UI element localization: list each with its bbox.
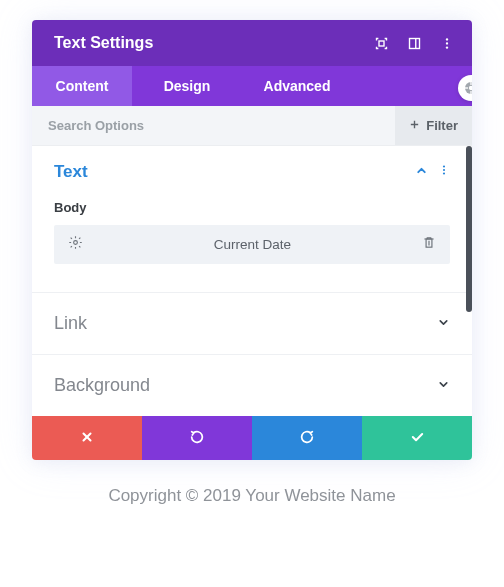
body-field-row: Current Date xyxy=(54,225,450,264)
gear-icon[interactable] xyxy=(64,235,87,254)
svg-rect-19 xyxy=(426,239,432,247)
section-more-vert-icon[interactable] xyxy=(438,163,450,181)
body-value[interactable]: Current Date xyxy=(87,237,418,252)
svg-rect-1 xyxy=(410,38,420,48)
scrollbar-thumb[interactable] xyxy=(466,146,472,312)
section-text-title: Text xyxy=(54,162,88,182)
body-label: Body xyxy=(54,200,450,215)
header-actions xyxy=(374,36,454,51)
more-vert-icon[interactable] xyxy=(440,36,454,51)
section-background-header[interactable]: Background xyxy=(54,355,450,416)
redo-button[interactable] xyxy=(252,416,362,460)
section-text: Text Body xyxy=(32,146,472,293)
svg-rect-0 xyxy=(379,41,384,46)
filter-label: Filter xyxy=(426,118,458,133)
check-icon xyxy=(409,430,426,447)
chevron-up-icon xyxy=(415,163,428,181)
section-background-title: Background xyxy=(54,375,150,396)
plus-icon xyxy=(409,118,420,133)
svg-rect-9 xyxy=(470,91,471,94)
chevron-down-icon xyxy=(437,315,450,333)
svg-line-21 xyxy=(84,433,91,440)
search-row: Filter xyxy=(32,106,472,146)
sections-list: Text Body xyxy=(32,146,472,416)
redo-icon xyxy=(299,429,315,448)
panel-title: Text Settings xyxy=(54,34,153,52)
section-link: Link xyxy=(32,293,472,355)
save-button[interactable] xyxy=(362,416,472,460)
svg-point-3 xyxy=(446,38,448,40)
expand-icon[interactable] xyxy=(374,36,389,51)
tab-content[interactable]: Content xyxy=(32,66,132,106)
undo-icon xyxy=(189,429,205,448)
tab-design[interactable]: Design xyxy=(132,66,242,106)
cancel-button[interactable] xyxy=(32,416,142,460)
svg-point-7 xyxy=(469,86,472,90)
section-link-header[interactable]: Link xyxy=(54,293,450,354)
filter-button[interactable]: Filter xyxy=(395,106,472,145)
settings-panel: Text Settings Content xyxy=(32,20,472,460)
svg-point-15 xyxy=(443,169,445,171)
section-link-title: Link xyxy=(54,313,87,334)
svg-rect-10 xyxy=(465,87,468,88)
trash-icon[interactable] xyxy=(418,235,440,254)
tabs-bar: Content Design Advanced xyxy=(32,66,472,106)
chevron-down-icon xyxy=(437,377,450,395)
svg-rect-8 xyxy=(470,82,471,85)
copyright-text: Copyright © 2019 Your Website Name xyxy=(20,486,484,506)
svg-point-14 xyxy=(443,165,445,167)
panel-header: Text Settings xyxy=(32,20,472,66)
svg-line-22 xyxy=(84,433,91,440)
svg-point-16 xyxy=(443,172,445,174)
section-background: Background xyxy=(32,355,472,416)
tab-advanced[interactable]: Advanced xyxy=(242,66,352,106)
svg-point-17 xyxy=(74,241,78,245)
svg-point-4 xyxy=(446,42,448,44)
section-text-header[interactable]: Text xyxy=(54,146,450,198)
undo-button[interactable] xyxy=(142,416,252,460)
close-icon xyxy=(80,430,94,447)
search-input[interactable] xyxy=(32,106,395,145)
svg-point-6 xyxy=(465,82,472,94)
snap-icon[interactable] xyxy=(407,36,422,51)
help-icon[interactable] xyxy=(458,75,472,101)
svg-point-5 xyxy=(446,46,448,48)
action-bar xyxy=(32,416,472,460)
